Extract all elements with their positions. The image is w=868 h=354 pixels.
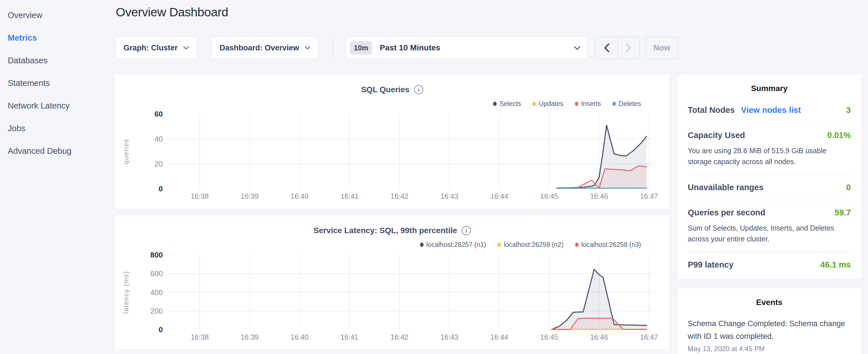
sql-queries-chart-card: SQL Queries i SelectsUpdatesInsertsDelet…: [114, 74, 670, 210]
svg-text:0: 0: [159, 185, 163, 193]
chevron-left-icon: [603, 43, 610, 53]
svg-text:600: 600: [150, 269, 163, 278]
legend-item: Updates: [532, 100, 563, 108]
sidebar-item-overview[interactable]: Overview: [8, 4, 115, 27]
sql-queries-plot: 16:3816:3916:4016:4116:4216:4316:4416:45…: [115, 108, 670, 209]
legend-item: Deletes: [612, 100, 641, 108]
view-nodes-list-link[interactable]: View nodes list: [741, 105, 801, 115]
summary-panel: Summary Total NodesView nodes list3Capac…: [677, 74, 861, 280]
summary-row: Queries per second59.7Sum of Selects, Up…: [688, 200, 851, 252]
legend-dot-icon: [493, 102, 497, 106]
time-step-forward-button[interactable]: [618, 37, 640, 59]
svg-text:16:47: 16:47: [640, 333, 658, 341]
controls-divider: [333, 37, 333, 58]
svg-text:200: 200: [150, 307, 163, 315]
sidebar-item-jobs[interactable]: Jobs: [8, 117, 115, 140]
summary-row: P99 latency46.1 ms: [688, 252, 851, 277]
legend-dot-icon: [497, 243, 501, 247]
graph-scope-dropdown[interactable]: Graph: Cluster: [116, 37, 197, 59]
svg-text:16:38: 16:38: [191, 192, 209, 200]
events-panel: Events Schema Change Completed: Schema c…: [677, 288, 861, 354]
legend-item: localhost:26258 (n3): [575, 241, 641, 249]
legend-dot-icon: [575, 243, 579, 247]
events-title: Events: [688, 288, 851, 312]
summary-row-subtext: Sum of Selects, Updates, Inserts, and De…: [688, 223, 851, 244]
service-latency-chart-card: Service Latency: SQL, 99th percentile i …: [114, 215, 670, 350]
sidebar-item-advanced-debug[interactable]: Advanced Debug: [8, 140, 115, 162]
summary-row-subtext: You are using 28.6 MiB of 515.9 GiB usab…: [688, 145, 851, 167]
time-step-back-button[interactable]: [595, 37, 618, 59]
time-range-selector[interactable]: 10m Past 10 Minutes: [346, 37, 588, 59]
legend-item: localhost:26259 (n2): [497, 241, 563, 249]
summary-row: Capacity Used0.01%You are using 28.6 MiB…: [688, 123, 851, 175]
svg-text:400: 400: [150, 288, 163, 297]
sidebar-item-statements[interactable]: Statements: [8, 72, 115, 95]
info-icon[interactable]: i: [462, 226, 471, 235]
legend-label: Updates: [539, 100, 563, 108]
summary-row-label: Capacity Used: [688, 131, 745, 140]
svg-text:16:42: 16:42: [391, 333, 409, 341]
sidebar-item-metrics[interactable]: Metrics: [8, 27, 115, 49]
graph-scope-dropdown-label: Graph: Cluster: [124, 43, 178, 53]
event-list: Schema Change Completed: Schema change w…: [688, 317, 851, 353]
legend-label: Selects: [499, 100, 521, 108]
svg-text:latency (ms): latency (ms): [122, 271, 130, 314]
svg-text:800: 800: [150, 251, 163, 259]
time-step-buttons: [595, 37, 640, 59]
sidebar-item-databases[interactable]: Databases: [8, 49, 115, 72]
svg-text:20: 20: [154, 160, 163, 168]
summary-row-label: Total Nodes: [688, 105, 735, 115]
event-message[interactable]: Schema Change Completed: Schema change w…: [688, 317, 851, 343]
chevron-down-icon: [574, 46, 581, 50]
svg-text:16:38: 16:38: [191, 333, 209, 341]
chevron-down-icon: [183, 46, 189, 50]
svg-text:16:44: 16:44: [490, 333, 508, 341]
summary-row: Unavailable ranges0: [688, 175, 851, 200]
svg-text:16:45: 16:45: [540, 333, 558, 341]
legend-item: Selects: [493, 100, 521, 108]
legend-item: Inserts: [575, 100, 601, 108]
time-range-label: Past 10 Minutes: [380, 43, 440, 53]
svg-text:60: 60: [154, 110, 163, 118]
chart-title: Service Latency: SQL, 99th percentile: [313, 226, 457, 235]
page-title: Overview Dashboard: [116, 5, 228, 19]
summary-row-value: 0: [846, 183, 851, 192]
legend-dot-icon: [532, 102, 536, 106]
legend-dot-icon: [575, 102, 578, 106]
summary-row-label: Queries per second: [688, 208, 766, 217]
chevron-down-icon: [304, 46, 311, 50]
legend-dot-icon: [420, 243, 424, 247]
summary-rows: Total NodesView nodes list3Capacity Used…: [688, 98, 851, 277]
legend-label: Inserts: [581, 100, 601, 108]
summary-row-value: 59.7: [835, 208, 851, 217]
dashboard-dropdown[interactable]: Dashboard: Overview: [212, 37, 319, 59]
svg-text:16:39: 16:39: [241, 192, 259, 200]
time-range-badge: 10m: [350, 41, 372, 55]
legend-label: localhost:26259 (n2): [504, 241, 563, 249]
now-button[interactable]: Now: [646, 37, 678, 59]
info-icon[interactable]: i: [414, 85, 423, 94]
summary-row-value: 0.01%: [827, 131, 851, 140]
svg-text:16:46: 16:46: [590, 192, 608, 200]
svg-text:16:40: 16:40: [290, 333, 309, 341]
dashboard-dropdown-label: Dashboard: Overview: [219, 43, 299, 53]
summary-row-value: 3: [846, 105, 851, 115]
svg-text:16:41: 16:41: [340, 333, 359, 341]
svg-text:16:44: 16:44: [490, 192, 508, 200]
legend-dot-icon: [612, 102, 616, 106]
chart-title: SQL Queries: [361, 85, 409, 94]
sidebar-item-network-latency[interactable]: Network Latency: [8, 95, 115, 117]
svg-text:16:43: 16:43: [440, 192, 459, 200]
summary-row-label: P99 latency: [688, 260, 734, 269]
chart-legend: SelectsUpdatesInsertsDeletes: [493, 100, 641, 108]
service-latency-plot: 16:3816:3916:4016:4116:4216:4316:4416:45…: [115, 250, 670, 350]
event-timestamp: May 13, 2020 at 4:45 PM: [688, 345, 851, 353]
svg-text:16:41: 16:41: [340, 192, 359, 200]
sidebar-nav: OverviewMetricsDatabasesStatementsNetwor…: [0, 0, 115, 354]
svg-text:16:39: 16:39: [241, 333, 259, 341]
legend-item: localhost:26257 (n1): [420, 241, 486, 249]
summary-row: Total NodesView nodes list3: [688, 98, 851, 123]
svg-text:16:43: 16:43: [440, 333, 459, 341]
svg-text:16:46: 16:46: [590, 333, 608, 341]
summary-row-label: Unavailable ranges: [688, 183, 764, 192]
